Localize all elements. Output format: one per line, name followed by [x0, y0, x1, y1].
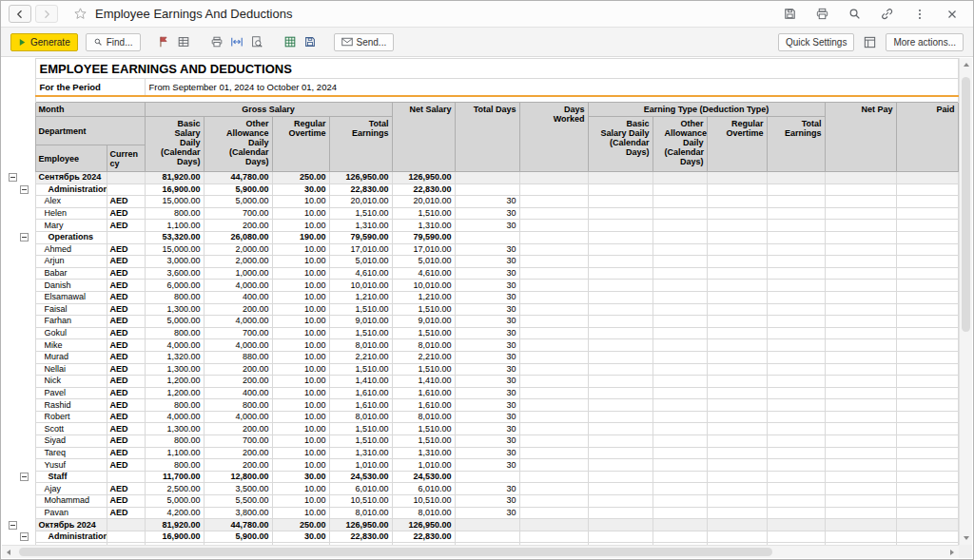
value-cell[interactable]: 8,010.00 — [329, 411, 392, 423]
empty-cell[interactable] — [653, 303, 707, 316]
empty-cell[interactable] — [519, 519, 588, 531]
value-cell[interactable]: 1,410.00 — [329, 376, 392, 388]
empty-cell[interactable] — [588, 399, 653, 412]
empty-cell[interactable] — [588, 339, 653, 352]
empty-cell[interactable] — [707, 376, 767, 388]
find-button[interactable]: Find... — [86, 33, 141, 51]
value-cell[interactable]: 5,010.00 — [392, 256, 455, 268]
value-cell[interactable]: 12,800.00 — [204, 471, 272, 483]
empty-cell[interactable] — [707, 183, 767, 196]
name-cell[interactable]: Nellai — [35, 363, 107, 376]
empty-cell[interactable] — [653, 231, 707, 243]
empty-cell[interactable] — [519, 351, 588, 363]
empty-cell[interactable] — [588, 327, 653, 339]
name-cell[interactable]: Faisal — [35, 303, 107, 316]
empty-cell[interactable] — [896, 256, 958, 268]
empty-cell[interactable] — [896, 220, 958, 232]
value-cell[interactable]: 3,500.00 — [204, 483, 272, 495]
vertical-scroll-thumb[interactable] — [962, 77, 970, 332]
empty-cell[interactable] — [707, 483, 767, 495]
empty-cell[interactable] — [896, 172, 958, 184]
fit-width-icon[interactable] — [227, 32, 247, 51]
value-cell[interactable]: 30 — [455, 423, 519, 435]
empty-cell[interactable] — [896, 303, 958, 316]
empty-cell[interactable] — [896, 316, 958, 328]
value-cell[interactable]: 10.00 — [272, 435, 329, 448]
value-cell[interactable]: 30 — [455, 351, 519, 363]
empty-cell[interactable] — [825, 303, 896, 316]
value-cell[interactable]: 800.00 — [145, 291, 204, 303]
name-cell[interactable]: Danish — [35, 280, 107, 292]
empty-cell[interactable] — [653, 363, 707, 376]
empty-cell[interactable] — [825, 483, 896, 495]
value-cell[interactable]: 30 — [455, 291, 519, 303]
value-cell[interactable]: 30 — [455, 435, 519, 448]
empty-cell[interactable] — [767, 471, 825, 483]
value-cell[interactable]: 1,300.00 — [145, 423, 204, 435]
empty-cell[interactable] — [767, 495, 825, 508]
value-cell[interactable]: 30 — [455, 303, 519, 316]
value-cell[interactable]: 22,830.00 — [329, 531, 392, 543]
empty-cell[interactable] — [825, 280, 896, 292]
vertical-scrollbar[interactable] — [959, 58, 972, 545]
empty-cell[interactable] — [896, 376, 958, 388]
empty-cell[interactable] — [653, 519, 707, 531]
value-cell[interactable]: 5,000.00 — [145, 316, 204, 328]
value-cell[interactable]: 30 — [455, 459, 519, 472]
empty-cell[interactable] — [707, 519, 767, 531]
value-cell[interactable]: 30 — [455, 280, 519, 292]
empty-cell[interactable] — [519, 243, 588, 256]
empty-cell[interactable] — [588, 411, 653, 423]
value-cell[interactable]: 700.00 — [204, 327, 272, 339]
empty-cell[interactable] — [896, 183, 958, 196]
value-cell[interactable]: 8,010.00 — [392, 339, 455, 352]
value-cell[interactable]: 10.00 — [272, 387, 329, 399]
empty-cell[interactable] — [653, 339, 707, 352]
value-cell[interactable]: 10,010.00 — [392, 280, 455, 292]
value-cell[interactable]: 10.00 — [272, 316, 329, 328]
empty-cell[interactable] — [767, 291, 825, 303]
empty-cell[interactable] — [519, 291, 588, 303]
empty-cell[interactable] — [653, 183, 707, 196]
empty-cell[interactable] — [825, 471, 896, 483]
value-cell[interactable]: 126,950.00 — [329, 519, 392, 531]
empty-cell[interactable] — [767, 435, 825, 448]
value-cell[interactable]: 1,510.00 — [392, 303, 455, 316]
value-cell[interactable]: 10.00 — [272, 207, 329, 220]
empty-cell[interactable] — [825, 435, 896, 448]
empty-cell[interactable] — [588, 423, 653, 435]
value-cell[interactable]: 1,000.00 — [204, 267, 272, 280]
value-cell[interactable]: 30 — [455, 207, 519, 220]
empty-cell[interactable] — [519, 531, 588, 543]
empty-cell[interactable] — [519, 327, 588, 339]
value-cell[interactable]: 30 — [455, 220, 519, 232]
value-cell[interactable]: 30.00 — [272, 531, 329, 543]
empty-cell[interactable] — [707, 363, 767, 376]
value-cell[interactable]: 10.00 — [272, 291, 329, 303]
value-cell[interactable]: 800.00 — [145, 399, 204, 412]
empty-cell[interactable] — [767, 267, 825, 280]
name-cell[interactable]: Mohammad — [35, 495, 107, 508]
value-cell[interactable]: 1,610.00 — [329, 399, 392, 412]
currency-cell[interactable]: AED — [107, 207, 145, 220]
empty-cell[interactable] — [767, 303, 825, 316]
empty-cell[interactable] — [588, 435, 653, 448]
empty-cell[interactable] — [588, 507, 653, 519]
value-cell[interactable]: 800.00 — [145, 207, 204, 220]
value-cell[interactable]: 1,510.00 — [329, 363, 392, 376]
empty-cell[interactable] — [825, 231, 896, 243]
empty-cell[interactable] — [588, 280, 653, 292]
value-cell[interactable]: 30 — [455, 256, 519, 268]
empty-cell[interactable] — [519, 172, 588, 184]
value-cell[interactable]: 15,000.00 — [145, 196, 204, 208]
value-cell[interactable]: 8,010.00 — [329, 339, 392, 352]
value-cell[interactable]: 10.00 — [272, 339, 329, 352]
empty-cell[interactable] — [767, 423, 825, 435]
value-cell[interactable]: 53,320.00 — [145, 231, 204, 243]
empty-cell[interactable] — [707, 316, 767, 328]
currency-cell[interactable]: AED — [107, 316, 145, 328]
empty-cell[interactable] — [519, 495, 588, 508]
value-cell[interactable]: 24,530.00 — [329, 471, 392, 483]
value-cell[interactable]: 11,700.00 — [145, 471, 204, 483]
empty-cell[interactable] — [707, 507, 767, 519]
